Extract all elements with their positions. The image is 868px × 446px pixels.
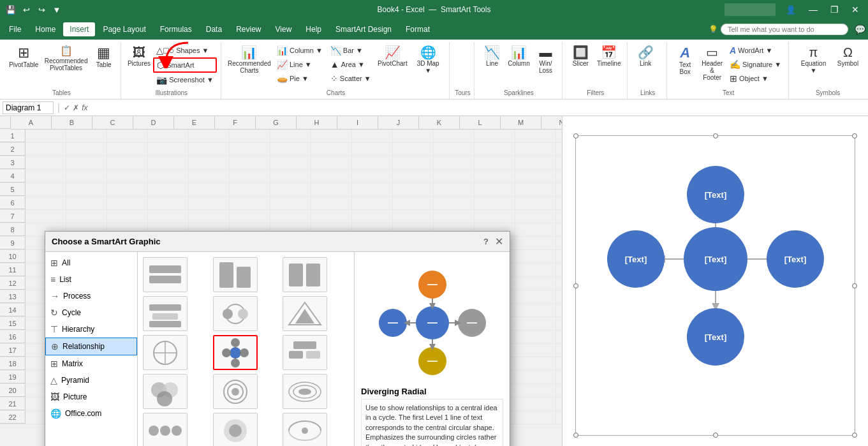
grid-cell[interactable] bbox=[515, 331, 556, 343]
thumb-4[interactable] bbox=[143, 296, 188, 331]
nav-list[interactable]: ≡ List bbox=[45, 271, 137, 288]
thumb-11[interactable] bbox=[213, 374, 258, 409]
thumb-diverging-radial[interactable] bbox=[213, 335, 258, 370]
grid-cell[interactable] bbox=[26, 143, 66, 156]
dialog-close-button[interactable]: ✕ bbox=[495, 235, 503, 248]
handle-bl[interactable] bbox=[573, 433, 578, 438]
handle-tr[interactable] bbox=[852, 133, 857, 138]
grid-cell[interactable] bbox=[66, 130, 107, 142]
grid-cell[interactable] bbox=[230, 170, 270, 182]
formula-fx-icon[interactable]: fx bbox=[82, 103, 87, 112]
thumb-5[interactable] bbox=[213, 296, 258, 331]
grid-cell[interactable] bbox=[515, 371, 556, 383]
row-header-12[interactable]: 12 bbox=[0, 277, 26, 290]
handle-bm[interactable] bbox=[713, 433, 718, 438]
object-button[interactable]: ⊞ Object ▼ bbox=[726, 71, 784, 85]
grid-cell[interactable] bbox=[107, 170, 148, 182]
grid-cell[interactable] bbox=[434, 156, 474, 169]
thumb-10[interactable] bbox=[143, 374, 188, 409]
grid-cell[interactable] bbox=[66, 183, 107, 196]
menu-formulas[interactable]: Formulas bbox=[154, 22, 198, 36]
dialog-help-icon[interactable]: ? bbox=[483, 237, 489, 246]
grid-cell[interactable] bbox=[189, 197, 230, 209]
grid-cell[interactable] bbox=[230, 143, 270, 156]
nav-pyramid[interactable]: △ Pyramid bbox=[45, 372, 137, 389]
nav-all[interactable]: ⊞ All bbox=[45, 255, 137, 271]
column-chart-button[interactable]: 📊 Column ▼ bbox=[274, 43, 326, 57]
grid-cell[interactable] bbox=[393, 170, 434, 182]
col-header-f[interactable]: F bbox=[215, 116, 256, 129]
grid-cell[interactable] bbox=[434, 197, 474, 209]
grid-cell[interactable] bbox=[515, 210, 556, 223]
nav-office-com[interactable]: 🌐 Office.com bbox=[45, 405, 137, 422]
grid-cell[interactable] bbox=[107, 210, 148, 223]
handle-ml[interactable] bbox=[573, 283, 578, 288]
thumb-9[interactable] bbox=[283, 335, 327, 370]
grid-cell[interactable] bbox=[270, 156, 311, 169]
grid-cell[interactable] bbox=[66, 197, 107, 209]
menu-file[interactable]: File bbox=[3, 22, 27, 36]
grid-cell[interactable] bbox=[230, 130, 270, 142]
row-header-21[interactable]: 21 bbox=[0, 398, 26, 410]
grid-cell[interactable] bbox=[515, 250, 556, 263]
row-header-10[interactable]: 10 bbox=[0, 250, 26, 263]
menu-smartart-design[interactable]: SmartArt Design bbox=[329, 22, 398, 36]
menu-home[interactable]: Home bbox=[29, 22, 62, 36]
grid-cell[interactable] bbox=[66, 143, 107, 156]
grid-cell[interactable] bbox=[515, 384, 556, 397]
row-header-19[interactable]: 19 bbox=[0, 371, 26, 383]
row-header-22[interactable]: 22 bbox=[0, 411, 26, 424]
grid-cell[interactable] bbox=[66, 210, 107, 223]
thumb-3[interactable] bbox=[283, 257, 327, 292]
grid-cell[interactable] bbox=[434, 210, 474, 223]
grid-cell[interactable] bbox=[393, 183, 434, 196]
row-header-4[interactable]: 4 bbox=[0, 170, 26, 182]
grid-cell[interactable] bbox=[107, 143, 148, 156]
formula-check-icon[interactable]: ✓ bbox=[64, 103, 70, 112]
line-sparkline-button[interactable]: 📉 Line bbox=[480, 43, 505, 70]
thumb-7[interactable] bbox=[143, 335, 188, 370]
grid-cell[interactable] bbox=[26, 197, 66, 209]
link-button[interactable]: 🔗 Link bbox=[633, 43, 658, 70]
minimize-button[interactable]: — bbox=[805, 3, 821, 16]
row-header-11[interactable]: 11 bbox=[0, 264, 26, 276]
grid-cell[interactable] bbox=[189, 143, 230, 156]
grid-cell[interactable] bbox=[515, 170, 556, 182]
menu-format[interactable]: Format bbox=[399, 22, 436, 36]
menu-help[interactable]: Help bbox=[299, 22, 328, 36]
thumb-14[interactable] bbox=[213, 413, 258, 446]
grid-cell[interactable] bbox=[474, 197, 515, 209]
col-header-e[interactable]: E bbox=[174, 116, 215, 129]
grid-cell[interactable] bbox=[515, 304, 556, 316]
grid-cell[interactable] bbox=[270, 197, 311, 209]
close-button[interactable]: ✕ bbox=[848, 3, 863, 16]
grid-cell[interactable] bbox=[352, 143, 393, 156]
col-header-i[interactable]: I bbox=[337, 116, 378, 129]
grid-cell[interactable] bbox=[515, 183, 556, 196]
col-header-m[interactable]: M bbox=[501, 116, 541, 129]
row-header-2[interactable]: 2 bbox=[0, 143, 26, 156]
handle-tl[interactable] bbox=[573, 133, 578, 138]
grid-cell[interactable] bbox=[311, 197, 352, 209]
grid-cell[interactable] bbox=[311, 130, 352, 142]
pivot-table-button[interactable]: ⊞ PivotTable bbox=[6, 43, 41, 71]
grid-cell[interactable] bbox=[230, 183, 270, 196]
smartart-button[interactable]: ⬡ SmartArt bbox=[153, 57, 217, 73]
grid-cell[interactable] bbox=[148, 170, 189, 182]
grid-cell[interactable] bbox=[26, 156, 66, 169]
grid-cell[interactable] bbox=[434, 143, 474, 156]
handle-mr[interactable] bbox=[852, 283, 857, 288]
grid-cell[interactable] bbox=[311, 183, 352, 196]
grid-cell[interactable] bbox=[270, 143, 311, 156]
row-header-9[interactable]: 9 bbox=[0, 237, 26, 249]
grid-cell[interactable] bbox=[393, 156, 434, 169]
row-header-8[interactable]: 8 bbox=[0, 223, 26, 236]
grid-cell[interactable] bbox=[434, 130, 474, 142]
grid-cell[interactable] bbox=[515, 357, 556, 370]
grid-cell[interactable] bbox=[474, 156, 515, 169]
grid-cell[interactable] bbox=[515, 156, 556, 169]
table-button[interactable]: ▦ Table bbox=[91, 43, 117, 71]
grid-cell[interactable] bbox=[148, 197, 189, 209]
nav-relationship[interactable]: ⊕ Relationship bbox=[45, 338, 137, 355]
grid-cell[interactable] bbox=[515, 317, 556, 330]
